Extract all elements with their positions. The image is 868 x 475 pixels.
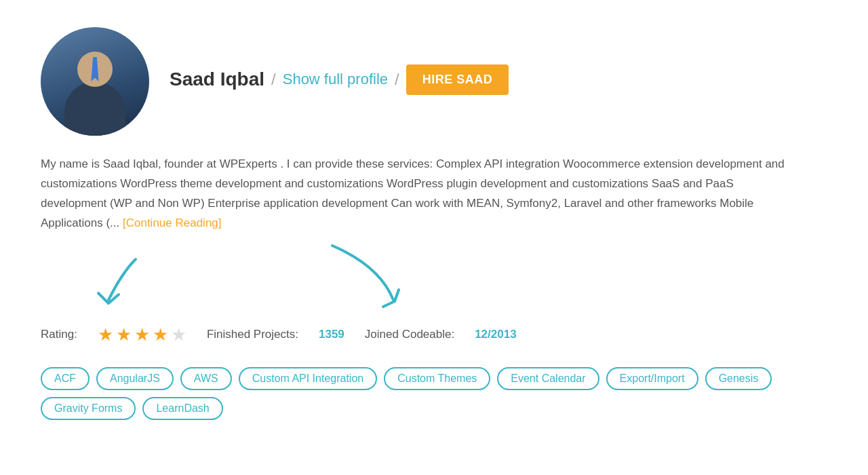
finished-projects-label: Finished Projects: xyxy=(207,328,298,341)
tags-section: ACFAngularJSAWSCustom API IntegrationCus… xyxy=(41,367,827,420)
tag-item[interactable]: Genesis xyxy=(705,367,772,390)
tag-item[interactable]: ACF xyxy=(41,367,90,390)
star-2: ★ xyxy=(116,324,132,345)
avatar xyxy=(41,27,149,136)
arrow-right xyxy=(326,246,420,316)
finished-projects-value: 1359 xyxy=(319,328,344,341)
bio-text: My name is Saad Iqbal, founder at WPExpe… xyxy=(41,155,787,233)
profile-header: Saad Iqbal / Show full profile / HIRE SA… xyxy=(41,27,827,136)
joined-value: 12/2013 xyxy=(475,328,516,341)
star-3: ★ xyxy=(134,324,150,345)
tag-item[interactable]: Event Calendar xyxy=(497,367,599,390)
tag-item[interactable]: Custom Themes xyxy=(384,367,490,390)
tag-item[interactable]: Export/Import xyxy=(606,367,698,390)
separator-2: / xyxy=(395,70,399,89)
continue-reading-link[interactable]: [Continue Reading] xyxy=(123,216,222,229)
arrows-section xyxy=(41,252,515,314)
joined-label: Joined Codeable: xyxy=(365,328,454,341)
rating-label: Rating: xyxy=(41,328,77,341)
star-4: ★ xyxy=(153,324,168,345)
tag-item[interactable]: Custom API Integration xyxy=(239,367,378,390)
star-1: ★ xyxy=(98,324,113,345)
tag-item[interactable]: AWS xyxy=(180,367,232,390)
stars-container: ★ ★ ★ ★ ★ xyxy=(98,324,186,345)
header-text: Saad Iqbal / Show full profile / HIRE SA… xyxy=(170,64,509,99)
tag-item[interactable]: LearnDash xyxy=(142,397,222,420)
show-profile-link[interactable]: Show full profile xyxy=(283,71,388,88)
name-row: Saad Iqbal / Show full profile / HIRE SA… xyxy=(170,64,509,95)
user-name: Saad Iqbal xyxy=(170,69,264,90)
hire-button[interactable]: HIRE SAAD xyxy=(406,64,509,95)
star-5-empty: ★ xyxy=(171,324,186,345)
tag-item[interactable]: Gravity Forms xyxy=(41,397,136,420)
stats-row: Rating: ★ ★ ★ ★ ★ Finished Projects: 135… xyxy=(41,324,827,345)
arrow-left xyxy=(95,259,176,316)
separator-1: / xyxy=(271,70,276,89)
tag-item[interactable]: AngularJS xyxy=(96,367,174,390)
